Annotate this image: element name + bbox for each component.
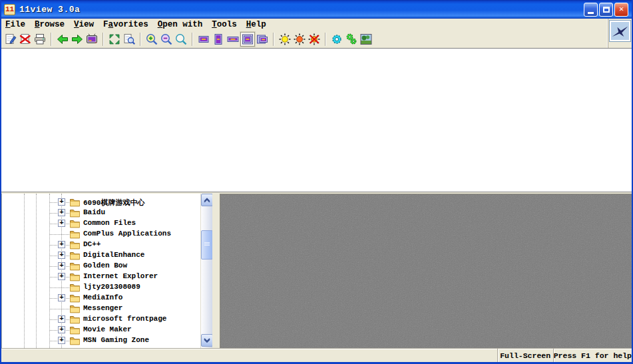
menu-tools[interactable]: Tools [212, 20, 237, 29]
settings-button[interactable] [329, 32, 344, 47]
logo-panel [608, 19, 632, 48]
batch-icon [345, 33, 358, 46]
expand-plus-icon[interactable]: + [58, 294, 65, 301]
zoom-out-icon [160, 33, 173, 46]
wallpaper-icon [359, 33, 373, 46]
expand-plus-icon[interactable]: + [58, 252, 65, 259]
batch-button[interactable] [344, 32, 359, 47]
menu-view[interactable]: View [74, 20, 94, 29]
zoom-in-button[interactable] [144, 32, 159, 47]
menu-open-with[interactable]: Open with [158, 20, 203, 29]
forward-button[interactable] [70, 32, 85, 47]
statusbar: Full-Screen Press F1 for help [1, 348, 632, 362]
fit-image-icon [197, 33, 210, 46]
slideshow-button[interactable] [85, 32, 99, 47]
wallpaper-button[interactable] [359, 32, 373, 47]
toolbar-separator [192, 33, 193, 46]
fit-window-icon [241, 33, 254, 46]
enhance-yellow-icon [278, 33, 292, 46]
fit-window-button[interactable] [240, 32, 255, 47]
tree-item[interactable]: +microsoft frontpage [2, 314, 200, 325]
tree-item[interactable]: ljty201308089 [2, 282, 200, 293]
folder-icon [69, 336, 81, 348]
window-title: 11view 3.0a [19, 5, 582, 15]
zoom-out-button[interactable] [159, 32, 174, 47]
noise-texture [220, 194, 632, 348]
zoom-actual-button[interactable] [174, 32, 188, 47]
toolbar [1, 31, 608, 48]
tree-item[interactable]: +Movie Maker [2, 325, 200, 335]
fit-width-icon [226, 33, 240, 46]
fullscreen-button[interactable] [107, 32, 122, 47]
enhance-yellow-button[interactable] [278, 32, 292, 47]
preview-button[interactable] [122, 32, 136, 47]
zoom-actual-icon [174, 33, 188, 46]
chrome-left: FileBrowseViewFavoritesOpen withToolsHel… [1, 19, 608, 48]
tree-item[interactable]: +Common Files [2, 218, 200, 229]
fit-height-icon [212, 33, 225, 46]
tree-item[interactable]: +MediaInfo [2, 293, 200, 303]
pane-splitter[interactable] [212, 194, 220, 348]
scrollbar-thumb[interactable] [201, 230, 213, 260]
back-icon [56, 33, 69, 46]
settings-icon [330, 33, 343, 46]
enhance-remove-icon [308, 33, 321, 46]
expand-plus-icon[interactable]: + [58, 262, 65, 270]
tree-scrollbar[interactable] [200, 194, 212, 348]
tree-item[interactable]: +MSN Gaming Zone [2, 335, 200, 346]
tree-item[interactable]: +Internet Explorer [2, 272, 200, 282]
tree-item-label: Common Files [83, 219, 136, 227]
toolbar-separator [273, 33, 274, 46]
tree-item[interactable]: +DC++ [2, 240, 200, 250]
edit-icon [4, 33, 17, 46]
menu-help[interactable]: Help [246, 20, 266, 29]
close-button[interactable]: ✕ [614, 3, 628, 17]
forward-icon [71, 33, 84, 46]
app-logo-button[interactable] [609, 20, 631, 42]
image-display-pane[interactable] [1, 49, 632, 192]
tree-item[interactable]: +DigitalEnhance [2, 250, 200, 261]
bird-icon [611, 22, 629, 40]
thumb-grip-icon [204, 242, 210, 246]
titlebar[interactable]: 11 11view 3.0a ✕ [1, 0, 632, 19]
edit-button[interactable] [3, 32, 18, 47]
menu-file[interactable]: File [5, 20, 25, 29]
menu-favorites[interactable]: Favorites [103, 20, 148, 29]
preview-icon [122, 33, 136, 46]
expand-plus-icon[interactable]: + [58, 241, 65, 248]
fit-image-button[interactable] [196, 32, 211, 47]
enhance-remove-button[interactable] [307, 32, 321, 47]
maximize-button[interactable] [599, 3, 613, 17]
expand-plus-icon[interactable]: + [58, 273, 65, 280]
tree-item[interactable]: ComPlus Applications [2, 229, 200, 240]
delete-button[interactable] [18, 32, 33, 47]
tree-item[interactable]: +6090棋牌游戏中心 [2, 197, 200, 208]
delete-icon [19, 33, 32, 46]
folder-tree-pane: +6090棋牌游戏中心+Baidu+Common FilesComPlus Ap… [1, 194, 200, 348]
print-button[interactable] [33, 32, 47, 47]
chrome-row: FileBrowseViewFavoritesOpen withToolsHel… [1, 19, 632, 49]
expand-plus-icon[interactable]: + [58, 315, 65, 323]
minimize-button[interactable] [584, 3, 598, 17]
enhance-orange-button[interactable] [292, 32, 307, 47]
expand-plus-icon[interactable]: + [58, 220, 65, 227]
print-icon [33, 33, 47, 46]
menu-browse[interactable]: Browse [35, 20, 65, 29]
fit-width-button[interactable] [226, 32, 240, 47]
expand-plus-icon[interactable]: + [58, 326, 65, 333]
scroll-up-button[interactable] [201, 194, 213, 206]
thumbnail-pane [220, 194, 632, 348]
expand-plus-icon[interactable]: + [58, 198, 65, 206]
fit-desktop-button[interactable] [255, 32, 270, 47]
tree-item-label: 6090棋牌游戏中心 [83, 198, 144, 208]
tree-item[interactable]: +Baidu [2, 208, 200, 218]
expand-plus-icon[interactable]: + [58, 337, 65, 344]
tree-item[interactable]: +Golden Bow [2, 261, 200, 272]
chevron-up-icon [204, 198, 210, 202]
fit-height-button[interactable] [211, 32, 226, 47]
back-button[interactable] [55, 32, 70, 47]
status-panel-fullscreen: Full-Screen [497, 349, 553, 362]
expand-plus-icon[interactable]: + [58, 209, 65, 216]
scroll-down-button[interactable] [201, 334, 213, 347]
tree-item[interactable]: Messenger [2, 303, 200, 314]
